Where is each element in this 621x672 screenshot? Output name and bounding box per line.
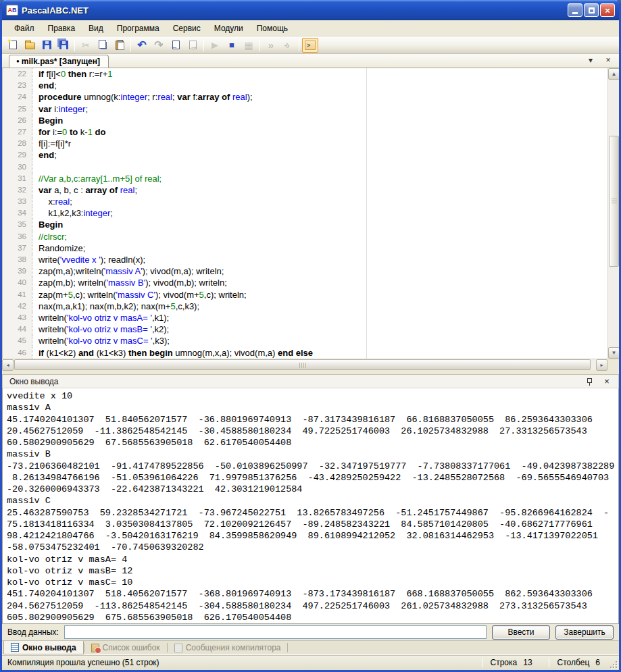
minimize-button[interactable] (568, 3, 582, 17)
code-line-36[interactable]: 36//clrscr; (3, 231, 607, 242)
bottom-tab-error-list[interactable]: Список ошибок (84, 641, 167, 654)
code-editor[interactable]: 22if f[i]<0 then r:=r+123end;24procedure… (2, 68, 619, 359)
scrollbar-corner (607, 359, 619, 371)
finish-button[interactable]: Завершить (555, 625, 614, 640)
line-number: 44 (3, 324, 32, 335)
menu-item-3[interactable]: Вид (82, 22, 110, 35)
tab-list-chevron-icon[interactable]: ▾ (585, 55, 596, 65)
bottom-tab-label: Окно вывода (22, 643, 76, 652)
line-number: 42 (3, 301, 32, 312)
line-number: 26 (3, 115, 32, 126)
program-output-text: vvedite x 10 massiv A 45.1740204101307 5… (3, 388, 618, 623)
code-line-27[interactable]: 27for i:=0 to k-1 do (3, 126, 607, 138)
line-number: 27 (3, 126, 32, 138)
line-number: 34 (3, 207, 32, 219)
caret-line-indicator: Строка13 (482, 658, 549, 667)
line-number: 46 (3, 347, 32, 359)
stop-button[interactable] (224, 38, 240, 53)
redo-button[interactable] (151, 38, 167, 53)
editor-horizontal-scrollbar[interactable]: ◂ ▸ (2, 359, 619, 370)
code-line-38[interactable]: 38write('vvedite x '); readln(x); (3, 254, 607, 265)
compile-button[interactable] (241, 38, 257, 53)
code-line-44[interactable]: 44writeln('kol-vo otriz v masB= ',k2); (3, 324, 607, 335)
scroll-right-icon[interactable]: ▸ (596, 359, 607, 371)
menu-item-4[interactable]: Программа (110, 22, 166, 35)
code-line-42[interactable]: 42nax(m,a,k1); nax(m,b,k2); nax(m+5,c,k3… (3, 301, 607, 312)
menu-item-2[interactable]: Правка (41, 22, 82, 35)
code-line-32[interactable]: 32var a, b, c : array of real; (3, 184, 607, 196)
code-line-31[interactable]: 31//Var a,b,c:array[1..m+5] of real; (3, 173, 607, 184)
scroll-left-icon[interactable]: ◂ (2, 359, 14, 371)
modified-indicator: ● (16, 59, 20, 64)
close-tab-icon[interactable]: × (603, 55, 614, 65)
horizontal-scroll-thumb[interactable] (14, 359, 591, 370)
save-all-button[interactable] (55, 38, 72, 53)
code-line-46[interactable]: 46if (k1<k2) and (k1<k3) then begin umno… (3, 347, 607, 359)
code-line-22[interactable]: 22if f[i]<0 then r:=r+1 (3, 68, 607, 80)
line-number: 41 (3, 289, 32, 301)
line-number: 25 (3, 103, 32, 115)
line-number: 28 (3, 138, 32, 149)
code-line-34[interactable]: 34 k1,k2,k3:integer; (3, 207, 607, 219)
code-line-40[interactable]: 40zap(m,b); writeln('massiv B'); vivod(m… (3, 277, 607, 288)
bottom-tab-bar: Окно вывода Список ошибок Сообщения комп… (2, 640, 619, 654)
resize-grip[interactable] (608, 659, 618, 669)
copy-button[interactable] (95, 38, 111, 53)
toolbar-separator (299, 39, 299, 51)
toolbar-separator (203, 39, 204, 51)
vertical-scroll-thumb[interactable] (609, 136, 619, 267)
code-line-30[interactable]: 30 (3, 161, 607, 173)
code-line-41[interactable]: 41zap(m+5,c); writeln('massiv C'); vivod… (3, 289, 607, 301)
paste-button[interactable] (111, 38, 128, 53)
enter-button[interactable]: Ввести (492, 625, 550, 640)
window-title: PascalABC.NET (22, 5, 568, 16)
save-button[interactable] (39, 38, 55, 53)
menu-item-1[interactable]: Файл (7, 22, 41, 35)
scroll-up-icon[interactable]: ▲ (608, 68, 619, 80)
code-line-26[interactable]: 26Begin (3, 115, 607, 126)
close-output-panel-icon[interactable]: × (602, 377, 612, 386)
run-button[interactable] (207, 38, 223, 53)
step-into-button[interactable] (280, 38, 296, 53)
menu-item-5[interactable]: Сервис (166, 22, 207, 35)
output-window[interactable]: vvedite x 10 massiv A 45.1740204101307 5… (2, 388, 619, 624)
bottom-tab-compiler-messages[interactable]: Сообщения компилятора (168, 641, 288, 654)
caret-column-indicator: Столбец6 (549, 658, 616, 667)
menu-item-7[interactable]: Помощь (250, 22, 295, 35)
code-line-24[interactable]: 24procedure umnog(k:integer; r:real; var… (3, 91, 607, 103)
horizontal-scroll-track[interactable] (14, 359, 596, 370)
line-number: 37 (3, 242, 32, 254)
cut-button[interactable] (78, 38, 94, 53)
editor-vertical-scrollbar[interactable]: ▲ ▼ (607, 68, 619, 359)
tab-separator (287, 643, 288, 652)
close-button[interactable]: × (600, 3, 615, 17)
tab-milk-pas[interactable]: ● milk.pas* [Запущен] (9, 55, 109, 68)
code-line-43[interactable]: 43writeln('kol-vo otriz v masA= ',k1); (3, 312, 607, 324)
title-bar[interactable]: AB PascalABC.NET × (2, 0, 619, 20)
line-number: 30 (3, 161, 32, 173)
code-line-29[interactable]: 29end; (3, 149, 607, 161)
input-data-field[interactable] (64, 625, 487, 639)
code-line-45[interactable]: 45writeln('kol-vo otriz v masC= ',k3); (3, 335, 607, 346)
code-line-28[interactable]: 28f[i]:=f[i]*r (3, 138, 607, 149)
toolbar-separator (130, 39, 131, 51)
new-button[interactable] (5, 38, 21, 53)
code-line-37[interactable]: 37Randomize; (3, 242, 607, 254)
open-button[interactable] (22, 38, 38, 53)
line-number: 32 (3, 184, 32, 196)
code-line-39[interactable]: 39zap(m,a);writeln('massiv A'); vivod(m,… (3, 265, 607, 277)
goto-prev-button[interactable] (168, 38, 184, 53)
code-line-33[interactable]: 33 x:real; (3, 196, 607, 207)
goto-next-button[interactable] (184, 38, 201, 53)
console-button[interactable] (302, 38, 318, 53)
scroll-down-icon[interactable]: ▼ (608, 347, 619, 359)
code-line-35[interactable]: 35Begin (3, 219, 607, 230)
step-over-button[interactable] (263, 38, 279, 53)
code-line-23[interactable]: 23end; (3, 80, 607, 91)
bottom-tab-output-window[interactable]: Окно вывода (3, 641, 84, 654)
code-line-25[interactable]: 25var i:integer; (3, 103, 607, 115)
pin-icon[interactable] (585, 377, 594, 386)
menu-item-6[interactable]: Модули (207, 22, 250, 35)
maximize-button[interactable] (584, 3, 599, 17)
undo-button[interactable] (134, 38, 150, 53)
